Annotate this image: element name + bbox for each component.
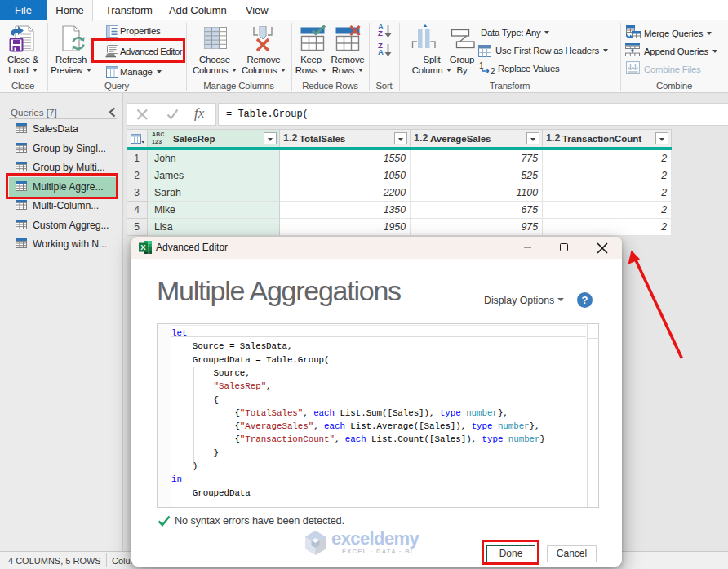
- svg-text:X: X: [140, 242, 146, 251]
